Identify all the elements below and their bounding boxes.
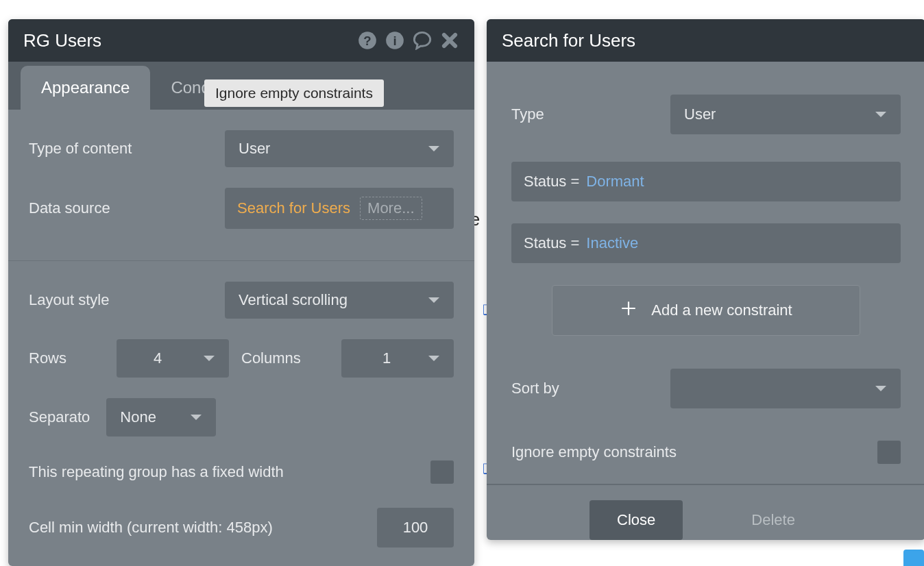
chevron-down-icon bbox=[428, 349, 440, 367]
chevron-down-icon bbox=[428, 291, 440, 309]
sort-by-select[interactable] bbox=[670, 369, 901, 408]
tab-appearance[interactable]: Appearance bbox=[21, 66, 150, 110]
constraint-value: Inactive bbox=[586, 234, 638, 252]
cell-min-width-input[interactable] bbox=[377, 508, 454, 547]
type-of-content-value: User bbox=[239, 140, 270, 158]
layout-style-select[interactable]: Vertical scrolling bbox=[225, 282, 454, 319]
search-header: Search for Users bbox=[487, 19, 924, 62]
fixed-width-label: This repeating group has a fixed width bbox=[29, 463, 284, 481]
add-constraint-button[interactable]: Add a new constraint bbox=[552, 285, 860, 336]
search-type-value: User bbox=[684, 106, 716, 123]
search-title: Search for Users bbox=[502, 30, 635, 51]
search-type-label: Type bbox=[511, 106, 544, 123]
constraint-value: Dormant bbox=[586, 173, 644, 190]
add-constraint-label: Add a new constraint bbox=[651, 302, 792, 319]
svg-text:?: ? bbox=[363, 34, 371, 48]
tooltip-ignore-empty: Ignore empty constraints bbox=[204, 79, 384, 107]
appearance-section-2: Layout style Vertical scrolling Rows 4 C… bbox=[8, 261, 474, 566]
header-icons-group: ? i bbox=[358, 31, 459, 50]
chevron-down-icon bbox=[875, 380, 887, 397]
ignore-empty-label: Ignore empty constraints bbox=[511, 443, 677, 461]
constraint-field: Status = bbox=[524, 173, 579, 190]
sort-by-label: Sort by bbox=[511, 380, 559, 397]
svg-text:i: i bbox=[393, 34, 396, 48]
search-footer: Close Delete bbox=[487, 484, 924, 555]
search-for-users-panel: Search for Users Type User Status = Dorm… bbox=[487, 19, 924, 540]
separator-value: None bbox=[120, 408, 156, 426]
help-icon[interactable]: ? bbox=[358, 31, 377, 50]
delete-button[interactable]: Delete bbox=[724, 500, 823, 540]
chevron-down-icon bbox=[190, 408, 202, 426]
constraint-row-1[interactable]: Status = Dormant bbox=[511, 162, 901, 201]
search-body: Type User Status = Dormant Status = Inac… bbox=[487, 62, 924, 484]
rows-value: 4 bbox=[154, 349, 162, 367]
chevron-down-icon bbox=[428, 140, 440, 158]
comment-icon[interactable] bbox=[413, 31, 432, 50]
close-button[interactable]: Close bbox=[589, 500, 683, 540]
rows-label: Rows bbox=[29, 349, 104, 367]
rg-users-header: RG Users ? i bbox=[8, 19, 474, 62]
type-of-content-select[interactable]: User bbox=[225, 130, 454, 167]
rows-select[interactable]: 4 bbox=[117, 339, 229, 378]
search-type-select[interactable]: User bbox=[670, 95, 901, 134]
data-source-more[interactable]: More... bbox=[360, 197, 422, 220]
cell-min-width-label: Cell min width (current width: 458px) bbox=[29, 519, 273, 537]
rg-users-title: RG Users bbox=[23, 30, 101, 51]
close-icon[interactable] bbox=[440, 31, 459, 50]
data-source-search-text: Search for Users bbox=[237, 199, 350, 217]
constraint-row-2[interactable]: Status = Inactive bbox=[511, 223, 901, 263]
columns-select[interactable]: 1 bbox=[341, 339, 454, 378]
columns-label: Columns bbox=[241, 349, 301, 367]
data-source-label: Data source bbox=[29, 199, 110, 217]
chevron-down-icon bbox=[875, 106, 887, 123]
rg-users-panel: RG Users ? i Appearance Conditional Tran… bbox=[8, 19, 474, 566]
fixed-width-checkbox[interactable] bbox=[430, 460, 454, 484]
layout-style-value: Vertical scrolling bbox=[239, 291, 348, 309]
constraint-field: Status = bbox=[524, 234, 579, 252]
ignore-empty-checkbox[interactable] bbox=[877, 441, 901, 464]
data-source-box[interactable]: Search for Users More... bbox=[225, 188, 454, 229]
columns-value: 1 bbox=[382, 349, 391, 367]
plus-icon bbox=[620, 299, 637, 321]
separator-label: Separato bbox=[29, 408, 90, 426]
layout-style-label: Layout style bbox=[29, 291, 109, 309]
chevron-down-icon bbox=[203, 349, 215, 367]
appearance-section-1: Type of content User Data source Search … bbox=[8, 110, 474, 256]
type-of-content-label: Type of content bbox=[29, 140, 132, 158]
info-icon[interactable]: i bbox=[385, 31, 404, 50]
separator-select[interactable]: None bbox=[106, 398, 216, 436]
